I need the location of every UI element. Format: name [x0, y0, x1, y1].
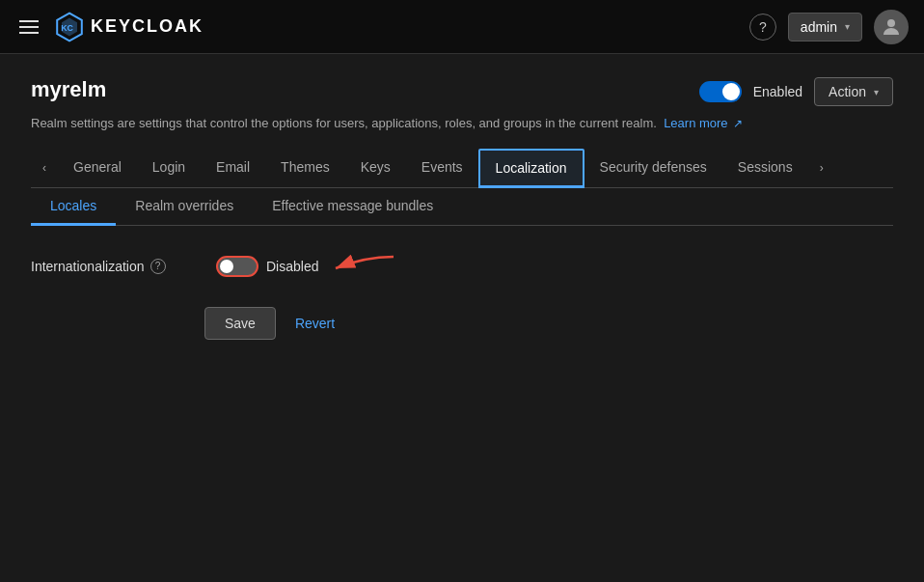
enabled-label: Enabled	[753, 84, 802, 99]
tab-security-defenses[interactable]: Security defenses	[584, 150, 722, 187]
internationalization-label-text: Internationalization	[31, 259, 145, 274]
internationalization-label: Internationalization ?	[31, 259, 204, 274]
action-chevron: ▾	[874, 87, 879, 97]
main-content: myrelm Enabled Action ▾ Realm settings a…	[0, 54, 924, 386]
logo[interactable]: KC KEYCLOAK	[54, 12, 204, 42]
action-label: Action	[829, 84, 866, 99]
admin-label: admin	[801, 19, 837, 35]
form-buttons: Save Revert	[204, 307, 893, 340]
user-icon	[880, 15, 903, 39]
admin-chevron: ▾	[845, 21, 850, 32]
svg-text:KC: KC	[61, 23, 73, 33]
realm-controls: Enabled Action ▾	[699, 77, 893, 106]
tab-events[interactable]: Events	[406, 150, 478, 187]
tab-keys[interactable]: Keys	[345, 150, 406, 187]
realm-enabled-toggle[interactable]	[699, 81, 742, 102]
sub-tabs: Locales Realm overrides Effective messag…	[31, 188, 893, 226]
tab-email[interactable]: Email	[201, 150, 265, 187]
tabs-prev-arrow[interactable]: ‹	[31, 149, 58, 187]
toggle-annotation: Disabled	[216, 249, 403, 284]
save-button[interactable]: Save	[204, 307, 276, 340]
logo-text: KEYCLOAK	[91, 16, 204, 37]
external-link-icon[interactable]: ↗	[733, 115, 743, 132]
description-text: Realm settings are settings that control…	[31, 116, 657, 130]
tab-localization[interactable]: Localization	[478, 149, 584, 188]
tab-sessions[interactable]: Sessions	[722, 150, 808, 187]
help-button[interactable]: ?	[749, 14, 776, 41]
tab-themes[interactable]: Themes	[265, 150, 345, 187]
learn-more-link[interactable]: Learn more	[664, 116, 727, 130]
realm-description: Realm settings are settings that control…	[31, 114, 893, 133]
svg-point-3	[887, 19, 895, 27]
internationalization-toggle[interactable]	[216, 256, 258, 277]
revert-button[interactable]: Revert	[284, 308, 346, 339]
action-button[interactable]: Action ▾	[814, 77, 893, 106]
toggle-disabled-knob	[220, 260, 233, 273]
tab-general[interactable]: General	[58, 150, 137, 187]
disabled-label: Disabled	[266, 259, 318, 274]
realm-title: myrelm	[31, 77, 699, 102]
user-avatar[interactable]	[874, 10, 909, 44]
top-navigation: KC KEYCLOAK ? admin ▾	[0, 0, 924, 54]
main-tabs: ‹ General Login Email Themes Keys Events…	[31, 149, 893, 188]
subtab-effective-message-bundles[interactable]: Effective message bundles	[253, 188, 452, 226]
content-area: Internationalization ? Disabled	[31, 226, 893, 363]
admin-menu[interactable]: admin ▾	[788, 13, 862, 42]
realm-header: myrelm Enabled Action ▾	[31, 77, 893, 106]
internationalization-row: Internationalization ? Disabled	[31, 249, 893, 284]
hamburger-menu[interactable]	[15, 16, 42, 38]
subtab-locales[interactable]: Locales	[31, 188, 116, 226]
internationalization-help[interactable]: ?	[150, 259, 166, 274]
tabs-next-arrow[interactable]: ›	[808, 149, 835, 187]
tab-login[interactable]: Login	[137, 150, 201, 187]
toggle-knob	[722, 83, 740, 100]
subtab-realm-overrides[interactable]: Realm overrides	[116, 188, 253, 226]
logo-icon: KC	[54, 12, 85, 42]
red-arrow-annotation	[326, 249, 403, 284]
